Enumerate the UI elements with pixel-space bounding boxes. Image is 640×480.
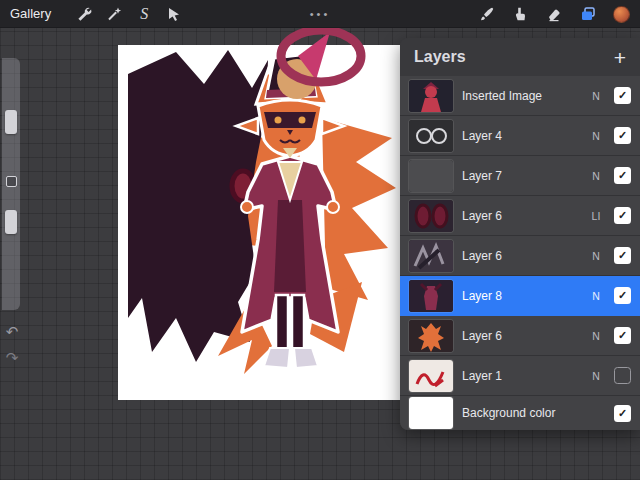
active-color-swatch[interactable] [613,6,630,23]
undo-icon[interactable]: ↶ [2,322,22,342]
actions-wrench-icon[interactable] [69,0,99,28]
more-options-dots[interactable]: ••• [310,8,331,20]
layer-row[interactable]: Layer 4 N ✓ [400,116,640,156]
layer-thumbnail[interactable] [409,320,453,352]
top-right-tools [471,0,630,28]
layer-thumbnail[interactable] [409,160,453,192]
layer-thumbnail[interactable] [409,397,453,429]
layer-visibility-checkbox[interactable]: ✓ [614,327,631,344]
layer-name: Layer 8 [462,289,578,303]
sidebar-slider-bar[interactable] [2,58,20,310]
layer-name: Background color [462,406,578,420]
layer-visibility-checkbox[interactable]: ✓ [614,247,631,264]
layers-panel-header: Layers + [400,38,640,76]
top-toolbar: Gallery S ••• [0,0,640,28]
layer-thumbnail[interactable] [409,240,453,272]
layer-name: Layer 1 [462,369,578,383]
selection-icon[interactable]: S [129,0,159,28]
layer-visibility-checkbox[interactable]: ✓ [614,405,631,422]
layer-thumbnail[interactable] [409,360,453,392]
blend-mode-badge[interactable]: N [587,250,605,262]
brush-size-slider-handle[interactable] [5,110,17,134]
layer-row[interactable]: Background color ✓ [400,396,640,430]
layer-name: Layer 7 [462,169,578,183]
brush-icon[interactable] [471,0,501,28]
layer-name: Layer 6 [462,249,578,263]
blend-mode-badge[interactable]: N [587,130,605,142]
layer-row[interactable]: Layer 1 N [400,356,640,396]
transform-arrow-icon[interactable] [159,0,189,28]
layer-visibility-checkbox[interactable] [614,367,631,384]
brush-opacity-slider-handle[interactable] [5,210,17,234]
modify-button[interactable] [6,176,17,187]
layer-thumbnail[interactable] [409,80,453,112]
layers-panel: Layers + Inserted Image N ✓ Layer 4 N ✓ … [400,38,640,430]
blend-mode-badge[interactable]: LI [587,210,605,222]
layer-list: Inserted Image N ✓ Layer 4 N ✓ Layer 7 N… [400,76,640,430]
layer-row[interactable]: Layer 7 N ✓ [400,156,640,196]
gallery-button[interactable]: Gallery [10,6,51,21]
redo-icon[interactable]: ↷ [2,348,22,368]
layer-visibility-checkbox[interactable]: ✓ [614,167,631,184]
smudge-finger-icon[interactable] [505,0,535,28]
layer-visibility-checkbox[interactable]: ✓ [614,287,631,304]
layer-visibility-checkbox[interactable]: ✓ [614,127,631,144]
layer-visibility-checkbox[interactable]: ✓ [614,87,631,104]
layers-panel-icon[interactable] [573,0,603,28]
layer-name: Layer 6 [462,329,578,343]
layer-row[interactable]: Inserted Image N ✓ [400,76,640,116]
layer-visibility-checkbox[interactable]: ✓ [614,207,631,224]
layers-panel-title: Layers [414,48,466,66]
layer-name: Inserted Image [462,89,578,103]
add-layer-button[interactable]: + [614,47,626,68]
layer-row[interactable]: Layer 6 LI ✓ [400,196,640,236]
blend-mode-badge[interactable]: N [587,170,605,182]
layer-row[interactable]: Layer 6 N ✓ [400,236,640,276]
layer-row[interactable]: Layer 6 N ✓ [400,316,640,356]
layer-thumbnail[interactable] [409,200,453,232]
layer-name: Layer 4 [462,129,578,143]
blend-mode-badge[interactable]: N [587,90,605,102]
layer-name: Layer 6 [462,209,578,223]
blend-mode-badge[interactable]: N [587,370,605,382]
eraser-icon[interactable] [539,0,569,28]
layer-thumbnail[interactable] [409,120,453,152]
selection-s-glyph: S [140,6,148,22]
layer-row[interactable]: Layer 8 N ✓ [400,276,640,316]
top-left-tools: Gallery S [0,0,189,28]
adjustments-wand-icon[interactable] [99,0,129,28]
blend-mode-badge[interactable]: N [587,330,605,342]
blend-mode-badge[interactable]: N [587,290,605,302]
layer-thumbnail[interactable] [409,280,453,312]
